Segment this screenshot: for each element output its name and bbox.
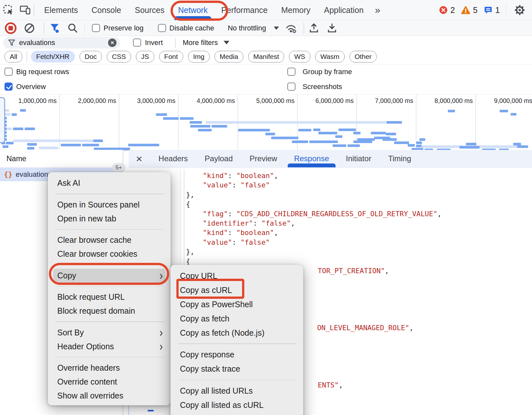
more-tabs-icon[interactable]: » <box>371 5 385 16</box>
detail-tab-initiator[interactable]: Initiator <box>338 150 380 167</box>
filter-icon[interactable] <box>46 18 63 38</box>
error-icon[interactable] <box>439 6 448 14</box>
menu-item-copy-as-fetch-node-js[interactable]: Copy as fetch (Node.js) <box>171 326 303 340</box>
throttling-select[interactable]: No throttling <box>228 24 266 32</box>
menu-item-copy-as-curl[interactable]: Copy as cURL <box>171 283 303 297</box>
preserve-log-checkbox[interactable] <box>92 24 100 32</box>
clear-filter-icon[interactable]: × <box>108 39 116 47</box>
menu-item-open-in-sources-panel[interactable]: Open in Sources panel <box>48 198 171 212</box>
request-name[interactable]: evaluations <box>16 170 52 179</box>
detail-tab-preview[interactable]: Preview <box>241 150 285 167</box>
close-detail-icon[interactable]: × <box>136 150 142 167</box>
export-har-icon[interactable] <box>324 18 340 38</box>
detail-tab-timing[interactable]: Timing <box>380 150 419 167</box>
throttling-caret-icon[interactable] <box>274 27 279 30</box>
settings-gear-icon[interactable] <box>509 5 530 16</box>
detail-tab-headers[interactable]: Headers <box>150 150 196 167</box>
menu-item-copy-response[interactable]: Copy response <box>171 348 303 362</box>
waterfall-bar <box>318 132 337 134</box>
waterfall-bar <box>448 110 455 112</box>
menu-item-block-request-url[interactable]: Block request URL <box>48 290 171 304</box>
disable-cache-checkbox[interactable] <box>158 24 166 32</box>
menu-separator <box>56 286 164 287</box>
filter-input[interactable]: evaluations × <box>3 37 120 49</box>
tab-memory[interactable]: Memory <box>274 0 317 20</box>
overview-label: Overview <box>16 83 46 91</box>
menu-item-override-content[interactable]: Override content <box>48 375 171 389</box>
type-filter-font[interactable]: Font <box>159 51 183 62</box>
menu-item-label: Show all overrides <box>57 391 123 400</box>
screenshots-checkbox[interactable] <box>287 83 295 91</box>
type-filter-css[interactable]: CSS <box>107 51 131 62</box>
waterfall-bar <box>238 129 270 131</box>
menu-item-label: Block request URL <box>57 292 125 302</box>
warning-icon[interactable] <box>461 6 470 14</box>
message-icon[interactable] <box>484 6 493 15</box>
code-fold-icon[interactable] <box>148 410 154 411</box>
detail-tab-response[interactable]: Response <box>286 150 338 167</box>
tab-application[interactable]: Application <box>317 0 370 20</box>
waterfall-bar <box>382 138 397 141</box>
group-by-frame-checkbox[interactable] <box>287 68 295 76</box>
type-filter-all[interactable]: All <box>5 51 22 62</box>
detail-tab-payload[interactable]: Payload <box>196 150 241 167</box>
type-filter-media[interactable]: Media <box>215 51 243 62</box>
type-filter-fetch-xhr[interactable]: Fetch/XHR <box>31 51 75 62</box>
tab-elements[interactable]: Elements <box>38 0 85 20</box>
menu-item-clear-browser-cookies[interactable]: Clear browser cookies <box>48 247 171 261</box>
type-filter-manifest[interactable]: Manifest <box>248 51 284 62</box>
more-filters-button[interactable]: More filters <box>183 39 218 47</box>
network-conditions-icon[interactable] <box>283 18 300 38</box>
menu-item-ask-ai[interactable]: Ask AI <box>48 176 171 190</box>
menu-item-clear-browser-cache[interactable]: Clear browser cache <box>48 233 171 247</box>
type-filter-ws[interactable]: WS <box>289 51 310 62</box>
big-request-rows-checkbox[interactable] <box>5 68 13 76</box>
menu-item-label: Copy as fetch <box>180 314 229 323</box>
tab-network[interactable]: Network <box>171 0 215 20</box>
menu-item-sort-by[interactable]: Sort By› <box>48 326 171 340</box>
invert-checkbox[interactable] <box>133 39 141 47</box>
menu-item-open-in-new-tab[interactable]: Open in new tab <box>48 212 171 226</box>
menu-item-copy-as-fetch[interactable]: Copy as fetch <box>171 311 303 326</box>
menu-item-copy[interactable]: Copy› <box>53 269 165 283</box>
device-toolbar-icon[interactable] <box>17 0 34 20</box>
type-filter-doc[interactable]: Doc <box>80 51 102 62</box>
type-filter-wasm[interactable]: Wasm <box>315 51 345 62</box>
menu-item-show-all-overrides[interactable]: Show all overrides <box>48 389 171 403</box>
search-icon[interactable] <box>64 18 81 38</box>
type-filter-img[interactable]: Img <box>188 51 210 62</box>
menu-item-copy-stack-trace[interactable]: Copy stack trace <box>171 362 303 376</box>
type-filter-other[interactable]: Other <box>349 51 377 62</box>
requests-table-header[interactable]: Name <box>0 150 123 168</box>
overview-tick-label: 3,000,000 ms <box>117 97 175 105</box>
inspect-element-icon[interactable] <box>0 0 17 20</box>
menu-item-copy-all-listed-as-powershell[interactable]: Copy all listed as PowerShell <box>171 412 303 415</box>
response-json-viewer[interactable]: "kind": "boolean", "value": "false" }, {… <box>169 171 441 266</box>
clear-network-log-icon[interactable] <box>21 18 38 38</box>
tab-sources[interactable]: Sources <box>128 0 171 20</box>
json-request-icon: {} <box>4 170 13 178</box>
menu-item-override-headers[interactable]: Override headers <box>48 361 171 375</box>
name-column-header[interactable]: Name <box>6 154 26 163</box>
waterfall-bar <box>27 147 34 150</box>
code-line: "kind": "boolean", <box>169 171 441 180</box>
import-har-icon[interactable] <box>305 18 322 38</box>
menu-item-label: Copy as cURL <box>180 286 232 295</box>
menu-item-copy-all-listed-as-curl[interactable]: Copy all listed as cURL <box>171 398 303 412</box>
more-filters-caret-icon[interactable] <box>224 41 229 44</box>
filter-funnel-icon <box>8 39 15 46</box>
menu-item-copy-as-powershell[interactable]: Copy as PowerShell <box>171 297 303 311</box>
network-overview-timeline[interactable]: 1,000,000 ms2,000,000 ms3,000,000 ms4,00… <box>0 94 532 151</box>
overview-drag-handle[interactable] <box>0 97 5 143</box>
tab-console[interactable]: Console <box>85 0 128 20</box>
badges-divider <box>506 5 507 16</box>
type-filter-js[interactable]: JS <box>136 51 154 62</box>
menu-item-copy-url[interactable]: Copy URL <box>171 269 303 283</box>
code-line-fragment: TOR_PT_CREATION", <box>318 266 389 275</box>
menu-item-header-options[interactable]: Header Options› <box>48 340 171 353</box>
record-button[interactable] <box>5 22 17 34</box>
tab-performance[interactable]: Performance <box>215 0 274 20</box>
overview-checkbox[interactable] <box>5 83 13 91</box>
menu-item-copy-all-listed-urls[interactable]: Copy all listed URLs <box>171 384 303 398</box>
menu-item-block-request-domain[interactable]: Block request domain <box>48 304 171 318</box>
